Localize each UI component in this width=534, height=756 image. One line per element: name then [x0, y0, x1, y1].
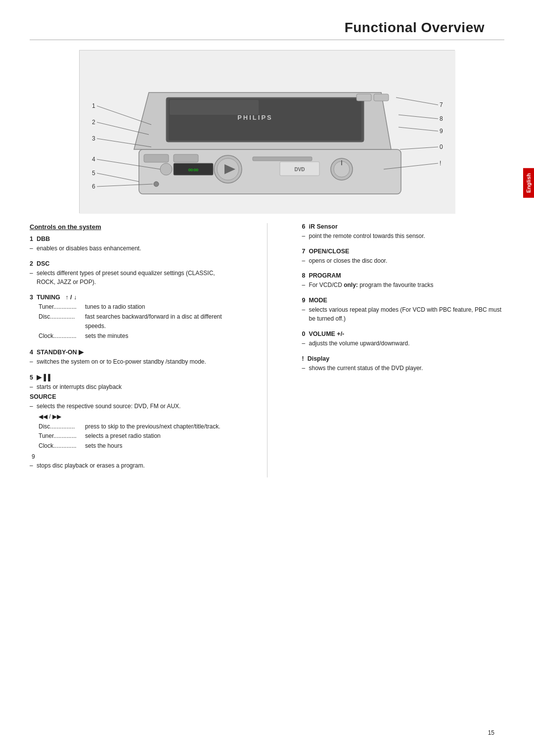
dash-icon: –	[30, 269, 33, 278]
tuner2-val: selects a preset radio station	[85, 431, 161, 441]
display-text: shows the current status of the DVD play…	[309, 365, 423, 372]
control-num-4: 4	[30, 349, 33, 356]
clock2-key: Clock..............	[39, 441, 83, 451]
control-standby-heading: 4 STANDBY-ON ▶	[30, 348, 232, 356]
control-volume: 0 VOLUME +/- – adjusts the volume upward…	[302, 331, 505, 348]
svg-point-18	[154, 182, 159, 187]
dash-icon: –	[30, 244, 33, 253]
left-column: Controls on the system 1 DBB – enables o…	[30, 223, 237, 477]
dsc-text: selects different types of preset sound …	[37, 270, 215, 286]
disc-val: fast searches backward/forward in a disc…	[85, 312, 232, 332]
control-mode-desc: – selects various repeat play modes (For…	[302, 305, 505, 324]
stop-num: 9	[30, 453, 232, 460]
right-column: 6 iR Sensor – point the remote control t…	[297, 223, 505, 477]
page-number: 15	[488, 729, 494, 736]
standby-text: switches the system on or to Eco-power s…	[37, 358, 206, 365]
device-image: PHILIPS DVD	[79, 50, 455, 213]
dash-icon: –	[302, 305, 306, 315]
control-stop-desc: – stops disc playback or erases a progra…	[30, 461, 232, 471]
control-num-3: 3	[30, 294, 33, 301]
control-ir: 6 iR Sensor – point the remote control t…	[302, 223, 505, 241]
svg-point-19	[160, 163, 172, 175]
svg-text:7: 7	[440, 101, 443, 108]
svg-text:1: 1	[92, 102, 95, 109]
title-divider	[30, 40, 504, 40]
table-row: ◀◀ / ▶▶	[39, 412, 232, 422]
open-close-text: opens or closes the disc door.	[309, 257, 388, 264]
svg-rect-5	[170, 100, 259, 115]
control-play: 5 ▶▐▐ – starts or interrupts disc playba…	[30, 374, 232, 471]
device-svg: PHILIPS DVD	[80, 50, 455, 214]
skip-key: ◀◀ / ▶▶	[39, 412, 83, 422]
ir-text: point the remote control towards this se…	[309, 233, 425, 239]
control-label-dbb: DBB	[37, 236, 50, 242]
table-row: Disc............... fast searches backwa…	[39, 312, 232, 332]
control-dsc-desc: – selects different types of preset soun…	[30, 269, 232, 287]
clock-val: sets the minutes	[85, 331, 128, 341]
control-tuning-heading: 3 TUNING ↑ / ↓	[30, 294, 232, 301]
volume-text: adjusts the volume upward/downward.	[309, 340, 410, 347]
dash-icon: –	[302, 232, 306, 241]
control-program-desc: – For VCD/CD only: program the favourite…	[302, 281, 505, 290]
control-num-7: 7	[302, 248, 306, 255]
source-table: ◀◀ / ▶▶ Disc............... press to ski…	[30, 412, 232, 451]
control-program-heading: 8 PROGRAM	[302, 272, 505, 279]
lang-tab: English	[523, 168, 534, 198]
control-num-6: 6	[302, 223, 306, 230]
svg-rect-22	[356, 94, 371, 101]
tuner-key: Tuner..............	[39, 302, 83, 312]
control-num-0: 0	[302, 331, 306, 337]
disc-key: Disc...............	[39, 312, 83, 332]
disc2-val: press to skip to the previous/next chapt…	[85, 422, 220, 432]
control-dsc-heading: 2 DSC	[30, 260, 232, 267]
dash-icon: –	[302, 256, 306, 266]
control-source-heading: SOURCE	[30, 393, 232, 400]
svg-text:8: 8	[440, 115, 443, 122]
control-label-mode: MODE	[309, 297, 327, 304]
svg-text:3: 3	[92, 135, 95, 142]
control-mode-heading: 9 MODE	[302, 297, 505, 304]
control-label-open-close: OPEN/CLOSE	[309, 248, 349, 255]
svg-text:00:00: 00:00	[188, 168, 199, 172]
control-standby-desc: – switches the system on or to Eco-power…	[30, 357, 232, 367]
control-ir-heading: 6 iR Sensor	[302, 223, 505, 230]
control-dbb: 1 DBB – enables or disables bass enhance…	[30, 236, 232, 253]
control-play-heading: 5 ▶▐▐	[30, 374, 232, 381]
svg-text:PHILIPS: PHILIPS	[237, 114, 273, 121]
svg-text:5: 5	[92, 170, 95, 177]
tuning-table: Tuner.............. tunes to a radio sta…	[30, 302, 232, 341]
control-num-2: 2	[30, 260, 33, 267]
svg-text:4: 4	[92, 156, 95, 163]
table-row: Disc............... press to skip to the…	[39, 422, 232, 432]
table-row: Tuner.............. selects a preset rad…	[39, 431, 232, 441]
svg-text:0: 0	[440, 143, 443, 150]
control-label-tuning: TUNING ↑ / ↓	[37, 294, 77, 301]
controls-section-title: Controls on the system	[30, 223, 232, 231]
control-volume-heading: 0 VOLUME +/-	[302, 331, 505, 337]
control-num-9: 9	[302, 297, 306, 304]
svg-rect-12	[253, 157, 312, 161]
control-play-desc: – starts or interrupts disc playback	[30, 382, 232, 392]
program-text: For VCD/CD only: program the favourite t…	[309, 282, 434, 288]
svg-text:DVD: DVD	[294, 167, 305, 172]
dash-icon: –	[302, 281, 306, 290]
dash-icon: –	[30, 461, 33, 471]
svg-text:!: !	[440, 160, 441, 167]
svg-rect-23	[374, 94, 389, 101]
control-display: ! Display – shows the current status of …	[302, 355, 505, 373]
column-divider	[267, 223, 267, 477]
control-standby: 4 STANDBY-ON ▶ – switches the system on …	[30, 348, 232, 367]
clock-key: Clock..............	[39, 331, 83, 341]
control-tuning: 3 TUNING ↑ / ↓ Tuner.............. tunes…	[30, 294, 232, 341]
svg-text:6: 6	[92, 183, 95, 190]
control-dsc: 2 DSC – selects different types of prese…	[30, 260, 232, 287]
control-label-dsc: DSC	[37, 260, 49, 267]
control-source-desc: – selects the respective sound source: D…	[30, 402, 232, 411]
page-title: Functional Overview	[30, 20, 504, 36]
control-num-5: 5	[30, 374, 33, 381]
control-label-display: Display	[308, 355, 329, 362]
stop-text: stops disc playback or erases a program.	[37, 462, 145, 469]
dbb-text: enables or disables bass enhancement.	[37, 245, 141, 252]
source-text: selects the respective sound source: DVD…	[37, 403, 180, 410]
svg-rect-7	[144, 154, 169, 162]
